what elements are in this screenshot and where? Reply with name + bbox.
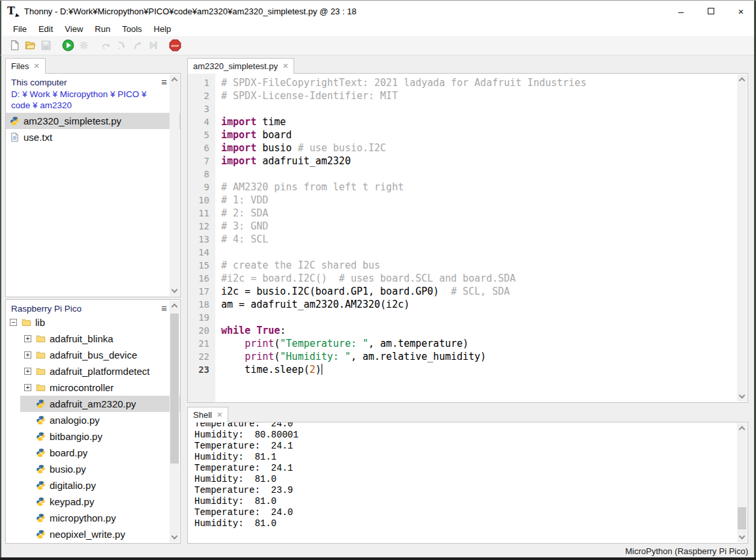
- scroll-up-icon[interactable]: [738, 426, 745, 433]
- device-file-item-adafruit-platformdetect[interactable]: +adafruit_platformdetect: [20, 363, 180, 379]
- code-line: # AM2320 pins from left t right: [221, 181, 748, 194]
- python-file-icon: [36, 480, 46, 490]
- device-file-item-lib[interactable]: −lib: [6, 314, 180, 331]
- scroll-down-icon[interactable]: [171, 533, 177, 540]
- item-label: bitbangio.py: [50, 431, 102, 442]
- menu-help[interactable]: Help: [148, 23, 177, 35]
- close-button[interactable]: ×: [726, 1, 756, 22]
- item-label: board.py: [50, 447, 87, 458]
- menu-file[interactable]: File: [7, 23, 33, 35]
- line-number: 7: [188, 155, 215, 168]
- step-out-button: [129, 38, 145, 53]
- toolbar: STOP: [0, 36, 756, 55]
- save-file-button: [38, 38, 53, 53]
- device-file-item-digitalio-py[interactable]: +digitalio.py: [20, 477, 180, 494]
- device-file-item-adafruit-bus-device[interactable]: +adafruit_bus_device: [20, 347, 180, 363]
- python-file-icon: [10, 116, 20, 126]
- menu-edit[interactable]: Edit: [33, 23, 59, 35]
- menu-view[interactable]: View: [59, 23, 89, 35]
- run-script-button[interactable]: [60, 38, 76, 53]
- open-file-button[interactable]: [22, 38, 38, 53]
- interpreter-status[interactable]: MicroPython (Raspberry Pi Pico): [625, 546, 748, 556]
- code-area[interactable]: # SPDX-FileCopyrightText: 2021 ladyada f…: [215, 74, 748, 402]
- code-line: # SPDX-License-Identifier: MIT: [221, 89, 748, 102]
- item-label: neopixel_write.py: [50, 529, 125, 540]
- device-file-item-board-py[interactable]: +board.py: [20, 445, 180, 461]
- svg-text:STOP: STOP: [171, 44, 179, 48]
- close-icon[interactable]: ✕: [33, 63, 39, 70]
- breadcrumb-path[interactable]: D: ¥ Work ¥ Micropython ¥ PICO ¥ code ¥ …: [6, 88, 180, 113]
- line-number: 23: [188, 363, 215, 376]
- line-number: 12: [188, 220, 215, 233]
- tab-shell[interactable]: Shell ✕: [187, 407, 228, 422]
- shell-output-line: Humidity: 81.1: [194, 452, 748, 463]
- scroll-down-icon[interactable]: [738, 392, 745, 399]
- scrollbar-thumb[interactable]: [738, 507, 746, 529]
- python-file-icon: [36, 529, 46, 539]
- python-file-icon: [36, 432, 46, 441]
- line-number: 5: [188, 128, 215, 141]
- device-menu-icon[interactable]: ≡: [161, 304, 167, 312]
- files-menu-icon[interactable]: ≡: [161, 78, 167, 86]
- code-line: i2c = busio.I2C(board.GP1, board.GP0) # …: [221, 285, 748, 298]
- scroll-down-icon[interactable]: [738, 533, 745, 540]
- expander-minus-icon[interactable]: −: [10, 319, 17, 326]
- device-root-label[interactable]: Raspberry Pi Pico: [11, 304, 82, 314]
- minimize-button[interactable]: –: [666, 1, 696, 22]
- device-file-item-adafruit-blinka[interactable]: +adafruit_blinka: [20, 331, 180, 347]
- device-file-item-busio-py[interactable]: +busio.py: [20, 461, 180, 477]
- scroll-up-icon[interactable]: [171, 304, 177, 310]
- scrollbar-thumb[interactable]: [170, 314, 179, 464]
- expander-plus-icon[interactable]: +: [24, 384, 31, 391]
- device-file-item-keypad-py[interactable]: +keypad.py: [20, 494, 180, 510]
- line-number: 22: [188, 350, 215, 363]
- device-file-item-bitbangio-py[interactable]: +bitbangio.py: [20, 428, 180, 445]
- scroll-up-icon[interactable]: [171, 78, 177, 84]
- scroll-up-icon[interactable]: [738, 78, 745, 84]
- device-file-item-neopixel-write-py[interactable]: +neopixel_write.py: [20, 526, 180, 542]
- device-file-item-analogio-py[interactable]: +analogio.py: [20, 412, 180, 428]
- menu-bar: FileEditViewRunToolsHelp: [0, 22, 756, 36]
- expander-plus-icon[interactable]: +: [24, 351, 31, 359]
- item-label: microcontroller: [50, 382, 113, 393]
- item-label: adafruit_platformdetect: [50, 366, 149, 377]
- editor-scrollbar[interactable]: [737, 74, 747, 402]
- code-line: # 1: VDD: [221, 194, 748, 207]
- shell-panel[interactable]: Temperature: 24.0Humidity: 80.80001Tempe…: [187, 422, 748, 544]
- shell-output-line: Temperature: 23.9: [194, 485, 748, 496]
- stop-restart-button[interactable]: STOP: [167, 38, 183, 53]
- code-line: # SPDX-FileCopyrightText: 2021 ladyada f…: [221, 76, 748, 89]
- line-number: 15: [188, 259, 215, 272]
- device-file-item-micropython-py[interactable]: +micropython.py: [20, 510, 180, 526]
- file-item-use-txt[interactable]: use.txt: [6, 129, 180, 145]
- expander-plus-icon[interactable]: +: [24, 368, 31, 375]
- close-icon[interactable]: ✕: [282, 63, 288, 70]
- tab-shell-label: Shell: [193, 410, 212, 420]
- menu-run[interactable]: Run: [89, 23, 116, 35]
- expander-plus-icon[interactable]: +: [24, 335, 31, 342]
- tab-editor-am2320-simpletest[interactable]: am2320_simpletest.py ✕: [187, 58, 294, 74]
- files-scrollbar[interactable]: [170, 74, 179, 296]
- tab-files[interactable]: Files ✕: [5, 58, 46, 74]
- device-files-panel: Raspberry Pi Pico ≡ −lib+adafruit_blinka…: [5, 299, 181, 544]
- shell-output-line: Humidity: 80.80001: [194, 430, 748, 441]
- shell-output-line: Temperature: 24.0: [194, 507, 748, 518]
- shell-output-line: Temperature: 24.1: [194, 441, 748, 452]
- item-label: analogio.py: [50, 415, 100, 426]
- maximize-button[interactable]: [696, 1, 726, 22]
- device-file-item-adafruit-am2320-py[interactable]: +adafruit_am2320.py: [20, 396, 180, 412]
- files-root-label[interactable]: This computer: [11, 78, 67, 87]
- scroll-down-icon[interactable]: [171, 287, 177, 293]
- menu-tools[interactable]: Tools: [116, 23, 147, 35]
- device-scrollbar[interactable]: [170, 301, 179, 542]
- shell-scrollbar[interactable]: [737, 423, 747, 542]
- code-line: print("Humidity: ", am.relative_humidity…: [221, 350, 748, 363]
- item-label: adafruit_bus_device: [50, 349, 137, 361]
- file-item-am2320-simpletest-py[interactable]: am2320_simpletest.py: [6, 113, 180, 129]
- new-file-button[interactable]: [7, 38, 22, 53]
- close-icon[interactable]: ✕: [217, 411, 222, 419]
- code-editor[interactable]: 1234567891011121314151617181920212223 # …: [187, 73, 748, 403]
- item-label: am2320_simpletest.py: [23, 115, 121, 126]
- item-label: adafruit_blinka: [50, 333, 113, 344]
- device-file-item-microcontroller[interactable]: +microcontroller: [20, 379, 180, 396]
